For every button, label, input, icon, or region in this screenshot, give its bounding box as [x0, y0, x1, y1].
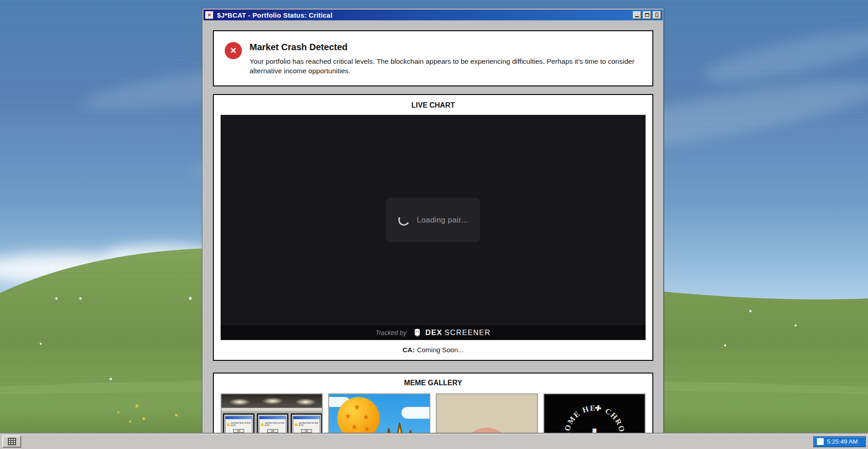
window-content: ✕ Market Crash Detected Your portfolio h…	[203, 20, 663, 449]
meme-gallery-title: MEME GALLERY	[221, 379, 646, 387]
window-controls	[633, 11, 661, 19]
apps-button[interactable]	[2, 435, 21, 448]
close-icon: ✕	[207, 13, 211, 18]
maximize-icon	[645, 13, 649, 17]
restore-icon	[656, 13, 658, 17]
ca-label: CA:	[402, 346, 415, 354]
dexscreener-chart-embed[interactable]: Loading pair... Tracked by DEXSCREENER	[221, 115, 646, 340]
dexscreener-wordmark: DEXSCREENER	[425, 329, 491, 337]
cloud	[401, 407, 430, 419]
alert-body: Your portfolio has reached critical leve…	[250, 57, 635, 76]
dexscreener-footer[interactable]: Tracked by DEXSCREENER	[221, 325, 646, 340]
warning-triangle-icon	[294, 422, 298, 426]
contract-address-line: CA:Coming Soon...	[221, 346, 646, 354]
alert-text-block: Market Crash Detected Your portfolio has…	[250, 42, 635, 76]
tracked-by-label: Tracked by	[376, 329, 406, 336]
ca-value: Coming Soon...	[417, 346, 463, 354]
close-button[interactable]: ✕	[205, 11, 213, 19]
chart-loading-area: Loading pair...	[221, 115, 646, 325]
alert-heading: Market Crash Detected	[250, 42, 635, 52]
live-chart-section: LIVE CHART Loading pair... Tracked by DE…	[213, 94, 653, 361]
window-title: $J*BCAT - Portfolio Status: Critical	[217, 11, 629, 19]
minimize-button[interactable]	[633, 11, 641, 19]
warning-triangle-icon	[226, 422, 230, 426]
tray-window-icon	[817, 438, 824, 445]
star-icon: ★	[344, 412, 351, 420]
error-x-glyph: ✕	[230, 47, 236, 55]
brand-dex: DEX	[425, 329, 443, 336]
star-icon: ★	[363, 425, 370, 433]
loading-spinner-icon	[397, 213, 411, 227]
loading-text: Loading pair...	[417, 216, 468, 225]
app-window: ✕ $J*BCAT - Portfolio Status: Critical ✕…	[202, 8, 664, 449]
maximize-button[interactable]	[643, 11, 651, 19]
error-dialog: purrfect time to find a j*b OK	[259, 416, 286, 434]
warning-triangle-icon	[260, 422, 264, 426]
error-dialog: purrfect time to find a j*b OK	[225, 416, 252, 434]
system-tray[interactable]: 5:25:49 AM	[813, 436, 866, 447]
restore-button[interactable]	[653, 11, 661, 19]
loading-panel: Loading pair...	[386, 198, 480, 242]
market-crash-alert: ✕ Market Crash Detected Your portfolio h…	[213, 30, 653, 86]
titlebar[interactable]: ✕ $J*BCAT - Portfolio Status: Critical	[203, 9, 663, 20]
minimize-icon	[635, 16, 639, 17]
star-icon: ★	[363, 413, 369, 421]
live-chart-title: LIVE CHART	[221, 101, 646, 109]
dexscreener-logo-icon	[412, 328, 422, 338]
error-dialog: purrfect time to find a j*b OK	[293, 416, 320, 434]
star-icon: ★	[354, 403, 360, 411]
star-icon: ★	[351, 423, 358, 431]
ceiling-trim	[222, 408, 322, 411]
clock: 5:25:49 AM	[827, 438, 858, 445]
taskbar: 5:25:49 AM	[0, 434, 868, 449]
error-circle-icon: ✕	[225, 42, 242, 59]
brand-screener: SCREENER	[445, 329, 491, 336]
ceiling-lights	[222, 394, 322, 408]
grid-icon	[8, 438, 16, 445]
